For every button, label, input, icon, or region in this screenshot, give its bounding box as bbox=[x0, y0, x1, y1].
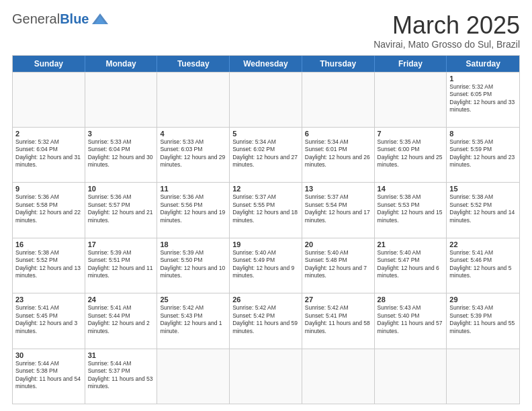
calendar-cell: 15Sunrise: 5:38 AM Sunset: 5:52 PM Dayli… bbox=[447, 183, 519, 237]
calendar: SundayMondayTuesdayWednesdayThursdayFrid… bbox=[12, 55, 520, 404]
cell-date: 28 bbox=[378, 295, 444, 304]
cell-info: Sunrise: 5:36 AM Sunset: 5:58 PM Dayligh… bbox=[15, 193, 82, 224]
calendar-row-0: 1Sunrise: 5:32 AM Sunset: 6:05 PM Daylig… bbox=[13, 72, 519, 127]
day-header-thursday: Thursday bbox=[302, 56, 375, 72]
cell-info: Sunrise: 5:43 AM Sunset: 5:39 PM Dayligh… bbox=[449, 304, 517, 335]
cell-info: Sunrise: 5:42 AM Sunset: 5:43 PM Dayligh… bbox=[160, 304, 226, 335]
cell-date: 1 bbox=[449, 75, 517, 83]
cell-info: Sunrise: 5:38 AM Sunset: 5:53 PM Dayligh… bbox=[378, 193, 444, 224]
calendar-cell bbox=[157, 349, 230, 404]
cell-info: Sunrise: 5:39 AM Sunset: 5:50 PM Dayligh… bbox=[160, 249, 226, 280]
cell-date: 18 bbox=[160, 240, 226, 248]
logo-general-text: General bbox=[12, 12, 60, 26]
calendar-cell: 27Sunrise: 5:42 AM Sunset: 5:41 PM Dayli… bbox=[302, 293, 375, 348]
calendar-cell: 23Sunrise: 5:41 AM Sunset: 5:45 PM Dayli… bbox=[13, 293, 85, 348]
logo-blue-text: Blue bbox=[60, 12, 89, 26]
calendar-cell: 21Sunrise: 5:40 AM Sunset: 5:47 PM Dayli… bbox=[375, 238, 447, 293]
cell-info: Sunrise: 5:41 AM Sunset: 5:46 PM Dayligh… bbox=[449, 249, 517, 280]
day-headers: SundayMondayTuesdayWednesdayThursdayFrid… bbox=[13, 56, 519, 72]
cell-info: Sunrise: 5:36 AM Sunset: 5:57 PM Dayligh… bbox=[88, 193, 154, 224]
calendar-cell: 14Sunrise: 5:38 AM Sunset: 5:53 PM Dayli… bbox=[375, 183, 447, 237]
calendar-cell bbox=[375, 73, 447, 127]
cell-info: Sunrise: 5:35 AM Sunset: 6:00 PM Dayligh… bbox=[378, 138, 444, 169]
cell-date: 6 bbox=[305, 130, 371, 138]
header: GeneralBlue March 2025 Navirai, Mato Gro… bbox=[12, 12, 520, 50]
cell-date: 2 bbox=[15, 130, 82, 138]
calendar-cell: 7Sunrise: 5:35 AM Sunset: 6:00 PM Daylig… bbox=[375, 128, 447, 182]
cell-date: 16 bbox=[15, 240, 82, 248]
cell-date: 7 bbox=[378, 130, 444, 138]
logo-icon bbox=[91, 12, 109, 26]
calendar-cell: 8Sunrise: 5:35 AM Sunset: 5:59 PM Daylig… bbox=[447, 128, 519, 182]
calendar-cell: 2Sunrise: 5:32 AM Sunset: 6:04 PM Daylig… bbox=[13, 128, 85, 182]
cell-date: 30 bbox=[15, 351, 82, 359]
calendar-cell bbox=[157, 73, 230, 127]
cell-date: 14 bbox=[378, 185, 444, 193]
cell-info: Sunrise: 5:32 AM Sunset: 6:05 PM Dayligh… bbox=[449, 83, 517, 114]
calendar-cell bbox=[230, 73, 302, 127]
cell-date: 13 bbox=[305, 185, 371, 193]
cell-info: Sunrise: 5:40 AM Sunset: 5:48 PM Dayligh… bbox=[305, 249, 371, 280]
calendar-cell bbox=[447, 349, 519, 404]
calendar-cell: 24Sunrise: 5:41 AM Sunset: 5:44 PM Dayli… bbox=[85, 293, 158, 348]
logo: GeneralBlue bbox=[12, 12, 109, 26]
cell-date: 8 bbox=[449, 130, 517, 138]
calendar-cell: 1Sunrise: 5:32 AM Sunset: 6:05 PM Daylig… bbox=[447, 73, 519, 127]
calendar-cell: 30Sunrise: 5:44 AM Sunset: 5:38 PM Dayli… bbox=[13, 349, 85, 404]
calendar-row-5: 30Sunrise: 5:44 AM Sunset: 5:38 PM Dayli… bbox=[13, 349, 519, 404]
calendar-row-3: 16Sunrise: 5:38 AM Sunset: 5:52 PM Dayli… bbox=[13, 238, 519, 293]
cell-date: 23 bbox=[15, 295, 82, 304]
cell-info: Sunrise: 5:44 AM Sunset: 5:37 PM Dayligh… bbox=[88, 360, 154, 391]
calendar-grid: 1Sunrise: 5:32 AM Sunset: 6:05 PM Daylig… bbox=[13, 72, 519, 404]
cell-info: Sunrise: 5:32 AM Sunset: 6:04 PM Dayligh… bbox=[15, 138, 82, 169]
cell-date: 19 bbox=[232, 240, 299, 248]
cell-info: Sunrise: 5:36 AM Sunset: 5:56 PM Dayligh… bbox=[160, 193, 226, 224]
day-header-monday: Monday bbox=[85, 56, 158, 72]
cell-info: Sunrise: 5:43 AM Sunset: 5:40 PM Dayligh… bbox=[378, 304, 444, 335]
calendar-cell: 17Sunrise: 5:39 AM Sunset: 5:51 PM Dayli… bbox=[85, 238, 158, 293]
calendar-cell: 5Sunrise: 5:34 AM Sunset: 6:02 PM Daylig… bbox=[230, 128, 302, 182]
subtitle: Navirai, Mato Grosso do Sul, Brazil bbox=[373, 39, 520, 50]
cell-date: 27 bbox=[305, 295, 371, 304]
cell-info: Sunrise: 5:42 AM Sunset: 5:41 PM Dayligh… bbox=[305, 304, 371, 335]
cell-info: Sunrise: 5:35 AM Sunset: 5:59 PM Dayligh… bbox=[449, 138, 517, 169]
day-header-saturday: Saturday bbox=[447, 56, 519, 72]
calendar-cell: 6Sunrise: 5:34 AM Sunset: 6:01 PM Daylig… bbox=[302, 128, 375, 182]
cell-info: Sunrise: 5:37 AM Sunset: 5:54 PM Dayligh… bbox=[305, 193, 371, 224]
cell-info: Sunrise: 5:38 AM Sunset: 5:52 PM Dayligh… bbox=[449, 193, 517, 224]
calendar-cell: 19Sunrise: 5:40 AM Sunset: 5:49 PM Dayli… bbox=[230, 238, 302, 293]
cell-date: 31 bbox=[88, 351, 154, 359]
cell-info: Sunrise: 5:34 AM Sunset: 6:02 PM Dayligh… bbox=[232, 138, 299, 169]
day-header-wednesday: Wednesday bbox=[230, 56, 302, 72]
calendar-cell bbox=[230, 349, 302, 404]
cell-date: 3 bbox=[88, 130, 154, 138]
cell-date: 12 bbox=[232, 185, 299, 193]
calendar-cell: 16Sunrise: 5:38 AM Sunset: 5:52 PM Dayli… bbox=[13, 238, 85, 293]
month-title: March 2025 bbox=[373, 12, 520, 39]
calendar-cell bbox=[302, 349, 375, 404]
calendar-cell: 10Sunrise: 5:36 AM Sunset: 5:57 PM Dayli… bbox=[85, 183, 158, 237]
cell-date: 25 bbox=[160, 295, 226, 304]
cell-info: Sunrise: 5:37 AM Sunset: 5:55 PM Dayligh… bbox=[232, 193, 299, 224]
page: GeneralBlue March 2025 Navirai, Mato Gro… bbox=[0, 0, 532, 411]
title-section: March 2025 Navirai, Mato Grosso do Sul, … bbox=[373, 12, 520, 50]
cell-date: 26 bbox=[232, 295, 299, 304]
calendar-cell bbox=[375, 349, 447, 404]
cell-info: Sunrise: 5:38 AM Sunset: 5:52 PM Dayligh… bbox=[15, 249, 82, 280]
cell-info: Sunrise: 5:34 AM Sunset: 6:01 PM Dayligh… bbox=[305, 138, 371, 169]
cell-info: Sunrise: 5:40 AM Sunset: 5:49 PM Dayligh… bbox=[232, 249, 299, 280]
cell-date: 9 bbox=[15, 185, 82, 193]
calendar-row-1: 2Sunrise: 5:32 AM Sunset: 6:04 PM Daylig… bbox=[13, 127, 519, 182]
cell-info: Sunrise: 5:41 AM Sunset: 5:44 PM Dayligh… bbox=[88, 304, 154, 335]
day-header-tuesday: Tuesday bbox=[157, 56, 230, 72]
cell-date: 4 bbox=[160, 130, 226, 138]
calendar-cell: 25Sunrise: 5:42 AM Sunset: 5:43 PM Dayli… bbox=[157, 293, 230, 348]
cell-info: Sunrise: 5:40 AM Sunset: 5:47 PM Dayligh… bbox=[378, 249, 444, 280]
cell-date: 17 bbox=[88, 240, 154, 248]
calendar-cell: 4Sunrise: 5:33 AM Sunset: 6:03 PM Daylig… bbox=[157, 128, 230, 182]
cell-date: 20 bbox=[305, 240, 371, 248]
calendar-cell: 22Sunrise: 5:41 AM Sunset: 5:46 PM Dayli… bbox=[447, 238, 519, 293]
cell-info: Sunrise: 5:33 AM Sunset: 6:03 PM Dayligh… bbox=[160, 138, 226, 169]
calendar-cell: 20Sunrise: 5:40 AM Sunset: 5:48 PM Dayli… bbox=[302, 238, 375, 293]
day-header-sunday: Sunday bbox=[13, 56, 85, 72]
